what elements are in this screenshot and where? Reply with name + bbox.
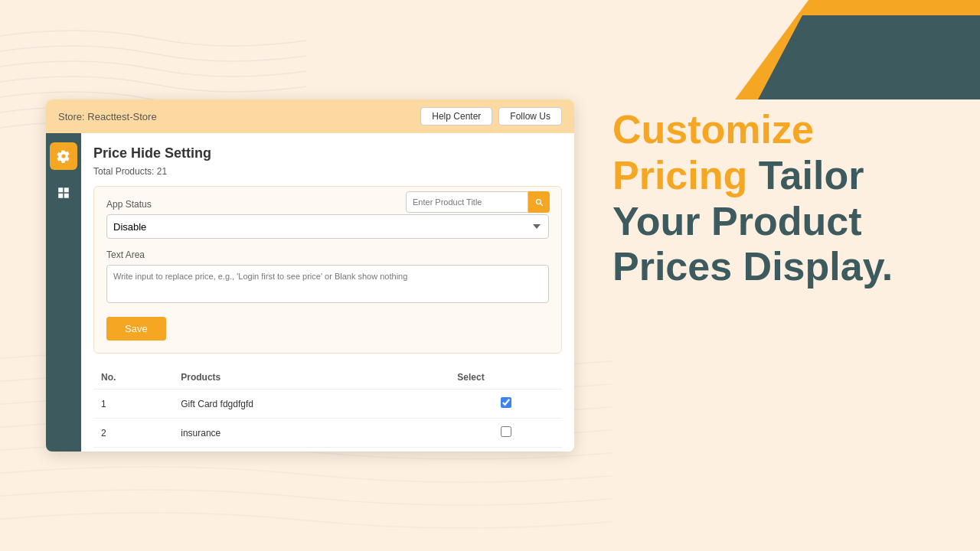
row-no: 1 — [93, 390, 173, 419]
store-name: Store: Reacttest-Store — [58, 111, 157, 122]
tagline-part5: Prices Display. — [612, 244, 893, 289]
tagline-text: Customize Pricing Tailor Your Product Pr… — [612, 107, 934, 290]
table-row: 1 Gift Card fdgdfgfd — [93, 390, 562, 419]
table-row: 2 insurance — [93, 419, 562, 448]
products-table: No. Products Select 1 Gift Card fdgdfgfd… — [93, 366, 562, 452]
app-content: Price Hide Setting Total Products: 21 Ap… — [81, 133, 574, 452]
table-row: 3 Selling Plans Ski Wax — [93, 448, 562, 452]
gear-icon — [57, 149, 70, 163]
header-buttons: Help Center Follow Us — [420, 107, 562, 126]
col-select: Select — [449, 366, 562, 390]
follow-us-button[interactable]: Follow Us — [498, 107, 562, 126]
row-select-cell — [449, 448, 562, 452]
sidebar-item-other[interactable] — [50, 179, 77, 207]
app-sidebar — [46, 133, 81, 452]
row-no: 2 — [93, 419, 173, 448]
row-checkbox[interactable] — [501, 397, 511, 408]
tagline-part3: Tailor — [747, 153, 864, 197]
tagline: Customize Pricing Tailor Your Product Pr… — [612, 107, 934, 290]
sidebar-item-settings[interactable] — [50, 142, 77, 170]
col-no: No. — [93, 366, 173, 390]
row-product: insurance — [173, 419, 449, 448]
search-button[interactable] — [528, 191, 550, 213]
row-select-cell — [449, 419, 562, 448]
tagline-highlight-1: Customize — [612, 107, 814, 152]
col-products: Products — [173, 366, 449, 390]
row-checkbox[interactable] — [501, 426, 511, 437]
text-area-label: Text Area — [106, 249, 549, 260]
save-button[interactable]: Save — [106, 317, 166, 341]
tagline-highlight-2: Pricing — [612, 153, 747, 197]
page-title: Price Hide Setting — [93, 145, 562, 161]
search-bar — [406, 191, 550, 213]
search-input[interactable] — [406, 191, 528, 213]
search-icon — [534, 197, 544, 207]
text-area-input[interactable] — [106, 265, 549, 303]
tagline-part4: Your Product — [612, 199, 861, 243]
app-header: Store: Reacttest-Store Help Center Follo… — [46, 99, 574, 133]
table-header-row: No. Products Select — [93, 366, 562, 390]
total-products: Total Products: 21 — [93, 166, 562, 177]
help-center-button[interactable]: Help Center — [420, 107, 492, 126]
row-select-cell — [449, 390, 562, 419]
layout-icon — [57, 186, 70, 200]
app-window: Store: Reacttest-Store Help Center Follo… — [46, 99, 574, 452]
row-product: Selling Plans Ski Wax — [173, 448, 449, 452]
row-product: Gift Card fdgdfgfd — [173, 390, 449, 419]
row-no: 3 — [93, 448, 173, 452]
app-status-select[interactable]: Disable Enable — [106, 214, 549, 239]
